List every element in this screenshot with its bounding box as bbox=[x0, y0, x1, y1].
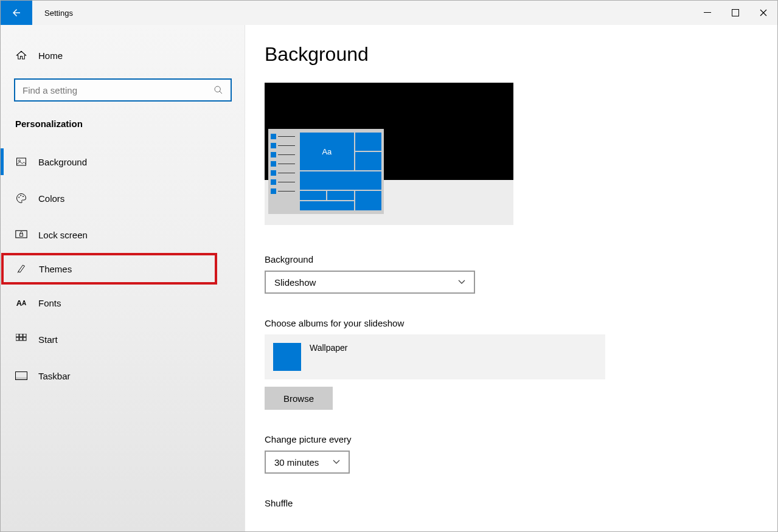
page-title: Background bbox=[265, 43, 758, 66]
shuffle-label: Shuffle bbox=[265, 498, 758, 508]
browse-button[interactable]: Browse bbox=[265, 387, 333, 410]
sidebar-item-taskbar[interactable]: Taskbar bbox=[1, 358, 245, 394]
sidebar-item-label: Background bbox=[38, 157, 87, 167]
search-icon bbox=[214, 85, 223, 95]
background-mode-value: Slideshow bbox=[274, 277, 316, 288]
close-button[interactable] bbox=[749, 1, 777, 25]
sidebar-item-label: Colors bbox=[38, 193, 64, 204]
svg-rect-1 bbox=[732, 10, 739, 16]
svg-rect-13 bbox=[23, 334, 26, 337]
svg-rect-12 bbox=[19, 334, 23, 337]
sidebar-item-background[interactable]: Background bbox=[1, 143, 245, 180]
palette-icon bbox=[15, 192, 27, 204]
sidebar-item-label: Themes bbox=[39, 264, 72, 274]
svg-rect-0 bbox=[704, 12, 711, 13]
album-name: Wallpaper bbox=[310, 343, 348, 353]
home-label: Home bbox=[38, 50, 63, 61]
svg-point-7 bbox=[20, 195, 21, 196]
svg-point-6 bbox=[18, 197, 19, 198]
sidebar-item-themes[interactable]: Themes bbox=[1, 253, 217, 285]
home-link[interactable]: Home bbox=[1, 43, 245, 67]
svg-rect-16 bbox=[23, 337, 26, 340]
interval-label: Change picture every bbox=[265, 434, 758, 444]
interval-value: 30 minutes bbox=[274, 457, 319, 468]
sidebar-item-fonts[interactable]: AA Fonts bbox=[1, 285, 245, 321]
svg-rect-18 bbox=[16, 378, 27, 380]
svg-rect-11 bbox=[16, 334, 19, 337]
category-header: Personalization bbox=[1, 119, 245, 143]
minimize-icon bbox=[704, 9, 711, 16]
sidebar-item-label: Fonts bbox=[38, 298, 61, 308]
sidebar-item-label: Start bbox=[38, 334, 58, 345]
theme-preview: Aa bbox=[265, 83, 513, 225]
svg-rect-10 bbox=[20, 233, 23, 236]
sidebar-item-start[interactable]: Start bbox=[1, 321, 245, 358]
svg-line-3 bbox=[220, 91, 222, 94]
search-field[interactable] bbox=[23, 85, 209, 95]
picture-icon bbox=[15, 156, 27, 168]
home-icon bbox=[15, 49, 27, 61]
close-icon bbox=[760, 9, 767, 16]
sidebar-item-colors[interactable]: Colors bbox=[1, 180, 245, 216]
albums-label: Choose albums for your slideshow bbox=[265, 318, 758, 328]
svg-rect-14 bbox=[16, 337, 19, 340]
arrow-left-icon bbox=[11, 7, 22, 18]
content-area: Background Aa bbox=[245, 25, 777, 531]
svg-point-2 bbox=[215, 86, 220, 92]
maximize-icon bbox=[732, 9, 739, 16]
maximize-button[interactable] bbox=[721, 1, 749, 25]
svg-rect-4 bbox=[17, 158, 26, 165]
preview-sample-text: Aa bbox=[300, 133, 354, 170]
sidebar: Home Personalization Background Colors bbox=[1, 25, 245, 531]
window-title: Settings bbox=[32, 1, 85, 25]
svg-point-8 bbox=[23, 196, 24, 197]
chevron-down-icon bbox=[458, 280, 465, 285]
interval-select[interactable]: 30 minutes bbox=[265, 451, 350, 474]
sidebar-item-lock-screen[interactable]: Lock screen bbox=[1, 216, 245, 253]
svg-rect-15 bbox=[19, 337, 23, 340]
font-icon: AA bbox=[15, 297, 27, 309]
background-mode-select[interactable]: Slideshow bbox=[265, 271, 475, 294]
taskbar-icon bbox=[15, 370, 27, 382]
album-item[interactable]: Wallpaper bbox=[265, 334, 605, 379]
minimize-button[interactable] bbox=[693, 1, 721, 25]
back-button[interactable] bbox=[1, 1, 32, 25]
paint-icon bbox=[16, 263, 28, 275]
search-input[interactable] bbox=[14, 78, 232, 102]
svg-point-5 bbox=[19, 160, 21, 162]
grid-icon bbox=[15, 333, 27, 345]
sidebar-item-label: Taskbar bbox=[38, 371, 71, 381]
album-thumbnail bbox=[273, 343, 301, 371]
titlebar: Settings bbox=[1, 1, 777, 25]
sidebar-item-label: Lock screen bbox=[38, 230, 88, 240]
background-mode-label: Background bbox=[265, 254, 758, 264]
chevron-down-icon bbox=[333, 460, 340, 465]
lock-screen-icon bbox=[15, 229, 27, 241]
